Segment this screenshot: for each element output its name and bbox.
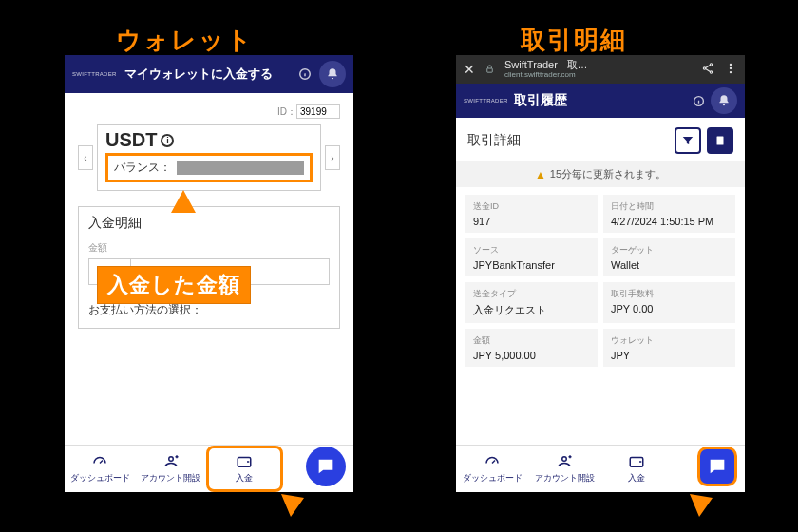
chat-fab[interactable] — [306, 446, 346, 486]
svg-point-1 — [169, 457, 174, 462]
amount-label: 金額 — [88, 241, 330, 255]
phone-transactions: ✕ SwiftTrader - 取… client.swifttrader.co… — [456, 55, 745, 492]
warning-icon: ▲ — [535, 168, 546, 181]
page-title: マイウォレットに入金する — [124, 67, 291, 81]
bell-icon[interactable] — [319, 61, 346, 87]
nav-deposit[interactable]: 入金 — [600, 446, 673, 492]
field-datetime: 日付と時間4/27/2024 1:50:15 PM — [603, 195, 735, 233]
svg-rect-6 — [487, 68, 493, 72]
close-icon[interactable]: ✕ — [464, 62, 475, 77]
nav-account[interactable]: アカウント開設 — [528, 446, 600, 492]
kebab-icon[interactable] — [724, 62, 737, 77]
field-source: ソースJPYBankTransfer — [466, 238, 598, 276]
detail-grid: 送金ID917 日付と時間4/27/2024 1:50:15 PM ソースJPY… — [456, 187, 745, 374]
browser-title: SwiftTrader - 取… client.swifttrader.com — [504, 60, 692, 79]
wallet-id-value — [296, 104, 340, 119]
chevron-right-icon[interactable]: › — [325, 145, 340, 170]
svg-point-10 — [730, 64, 732, 66]
payment-method-label: お支払い方法の選択： — [88, 302, 330, 318]
arrow-up-icon — [167, 190, 200, 266]
field-wallet: ウォレットJPY — [603, 329, 735, 367]
gauge-icon — [91, 453, 108, 470]
svg-point-9 — [710, 71, 712, 73]
caption-transactions: 取引明細 — [521, 24, 627, 57]
wallet-icon — [628, 453, 645, 470]
caption-wallet: ウォレット — [116, 24, 254, 57]
balance-redacted — [177, 162, 304, 175]
svg-point-7 — [710, 64, 712, 66]
page-title: 取引履歴 — [514, 92, 687, 109]
chevron-left-icon[interactable]: ‹ — [78, 145, 93, 170]
info-icon[interactable] — [298, 67, 312, 81]
share-icon[interactable] — [701, 62, 714, 77]
bell-icon[interactable] — [711, 87, 737, 114]
browser-bar: ✕ SwiftTrader - 取… client.swifttrader.co… — [456, 55, 745, 84]
export-button[interactable] — [707, 127, 733, 154]
account-plus-icon — [556, 453, 573, 470]
chat-fab[interactable] — [697, 446, 737, 486]
field-type: 送金タイプ入金リクエスト — [466, 282, 598, 323]
info-icon[interactable] — [693, 95, 705, 107]
nav-dashboard[interactable]: ダッシュボード — [65, 446, 136, 492]
info-icon[interactable]: i — [161, 134, 174, 147]
balance-label: バランス： — [114, 160, 171, 176]
field-fee: 取引手数料JPY 0.00 — [603, 282, 735, 323]
brand-logo: SWIFTTRADER — [464, 98, 508, 104]
app-header: SWIFTTRADER 取引履歴 — [456, 84, 745, 118]
field-transfer-id: 送金ID917 — [466, 195, 598, 233]
account-plus-icon — [162, 453, 180, 470]
svg-point-8 — [703, 67, 705, 69]
details-header: 取引詳細 — [456, 118, 745, 162]
section-title: 入金明細 — [88, 215, 330, 232]
filter-button[interactable] — [674, 127, 701, 154]
arrow-up-left-icon — [281, 494, 329, 532]
wallet-section: ID： ‹ USDT i バランス： › — [65, 93, 353, 199]
nav-dashboard[interactable]: ダッシュボード — [456, 446, 528, 492]
nav-deposit[interactable]: 入金 — [206, 446, 283, 492]
lock-icon — [484, 64, 495, 76]
wallet-card: USDT i バランス： — [97, 124, 321, 191]
svg-rect-14 — [717, 137, 724, 145]
app-header: SWIFTTRADER マイウォレットに入金する — [65, 55, 353, 93]
nav-account[interactable]: アカウント開設 — [136, 446, 207, 492]
svg-point-11 — [730, 67, 732, 69]
refresh-note: ▲ 15分毎に更新されます。 — [456, 162, 745, 187]
wallet-icon — [236, 453, 253, 470]
annotation-deposit-amount: 入金した金額 — [97, 266, 251, 304]
gauge-icon — [484, 453, 501, 470]
brand-logo: SWIFTTRADER — [72, 71, 117, 77]
field-target: ターゲットWallet — [603, 238, 735, 276]
svg-point-15 — [562, 457, 567, 462]
wallet-currency: USDT i — [105, 129, 313, 151]
balance-highlight: バランス： — [105, 153, 313, 182]
arrow-up-left-icon — [690, 494, 737, 532]
field-amount: 金額JPY 5,000.00 — [466, 329, 598, 367]
svg-point-12 — [730, 71, 732, 73]
wallet-id: ID： — [277, 104, 340, 119]
